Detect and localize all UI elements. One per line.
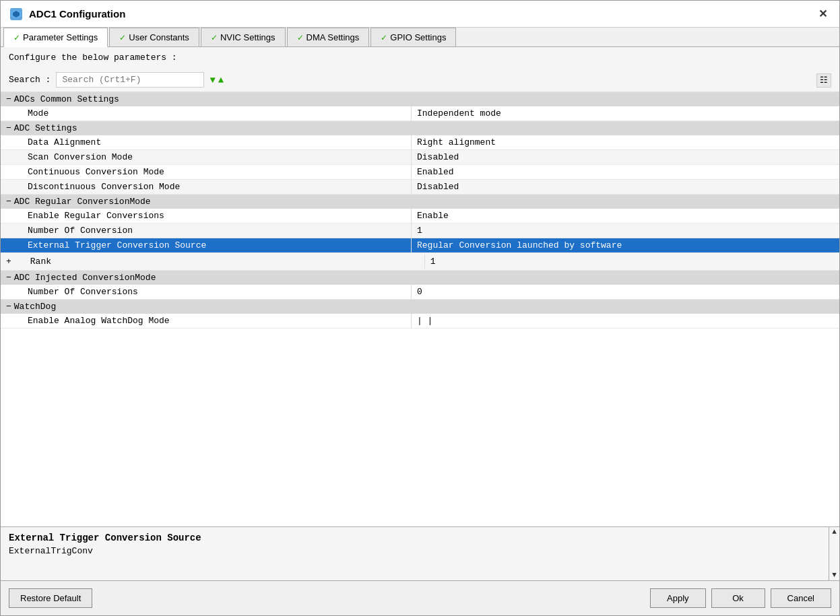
param-enable-regular: Enable Regular Conversions [1, 209, 412, 223]
tab-user-constants[interactable]: ✓ User Constants [109, 28, 199, 46]
table-container: − ADCs Common Settings Mode Independent … [1, 92, 839, 329]
table-row[interactable]: Data Alignment Right alignment [1, 135, 839, 150]
tab-bar: ✓ Parameter Settings ✓ User Constants ✓ … [1, 28, 839, 47]
bottom-info: External Trigger Conversion Source Exter… [1, 526, 839, 580]
value-scan-conv: Disabled [412, 150, 839, 164]
param-rank: Rank [14, 254, 425, 269]
search-label: Search : [9, 75, 51, 85]
tab-label-gpio: GPIO Settings [390, 32, 446, 42]
bottom-info-wrapper: External Trigger Conversion Source Exter… [1, 526, 839, 580]
param-num-conv: Number Of Conversion [1, 224, 412, 238]
footer-right: Apply Ok Cancel [650, 588, 831, 608]
table-row[interactable]: Number Of Conversions 0 [1, 285, 839, 300]
params-table: − ADCs Common Settings Mode Independent … [1, 92, 839, 526]
param-mode: Mode [1, 106, 412, 121]
section-label-adc: ADC Settings [14, 123, 77, 133]
search-up-arrow[interactable]: ▲ [218, 75, 224, 85]
value-mode: Independent mode [412, 106, 839, 121]
rank-row-inner: + Rank 1 [1, 253, 839, 270]
plus-icon[interactable]: + [3, 256, 14, 267]
tab-label-user: User Constants [129, 32, 189, 42]
value-num-conv: 1 [412, 224, 839, 238]
param-watchdog-mode: Enable Analog WatchDog Mode [1, 314, 412, 328]
search-input[interactable] [56, 72, 204, 88]
section-label-watchdog: WatchDog [14, 302, 56, 312]
close-button[interactable]: ✕ [814, 6, 831, 22]
section-watchdog[interactable]: − WatchDog [1, 300, 839, 314]
section-adc-settings[interactable]: − ADC Settings [1, 121, 839, 135]
section-collapse-injected: − [6, 273, 11, 283]
section-adc-injected[interactable]: − ADC Injected ConversionMode [1, 271, 839, 285]
table-row-selected[interactable]: External Trigger Conversion Source Regul… [1, 238, 839, 253]
tab-nvic-settings[interactable]: ✓ NVIC Settings [201, 28, 286, 46]
value-rank: 1 [425, 254, 837, 269]
search-arrows: ▼ ▲ [209, 75, 224, 85]
check-icon-user: ✓ [119, 33, 126, 42]
table-row[interactable]: Enable Regular Conversions Enable [1, 209, 839, 224]
value-cont-conv: Enabled [412, 165, 839, 179]
section-adc-regular[interactable]: − ADC Regular ConversionMode [1, 195, 839, 209]
table-row[interactable]: Discontinuous Conversion Mode Disabled [1, 180, 839, 195]
param-num-injected-conv: Number Of Conversions [1, 285, 412, 299]
param-cont-conv: Continuous Conversion Mode [1, 165, 412, 179]
section-collapse-adcs: − [6, 94, 11, 104]
footer: Restore Default Apply Ok Cancel [1, 580, 839, 615]
table-row[interactable]: Scan Conversion Mode Disabled [1, 150, 839, 165]
check-icon-nvic: ✓ [211, 33, 218, 42]
bottom-scroll: ▲ ▼ [829, 526, 839, 580]
table-row[interactable]: Enable Analog WatchDog Mode | | [1, 314, 839, 329]
cancel-button[interactable]: Cancel [771, 588, 831, 608]
section-label-injected: ADC Injected ConversionMode [14, 273, 156, 283]
param-discont-conv: Discontinuous Conversion Mode [1, 180, 412, 194]
table-row[interactable]: Mode Independent mode [1, 106, 839, 121]
value-discont-conv: Disabled [412, 180, 839, 194]
title-bar: ADC1 Configuration ✕ [1, 1, 839, 28]
rank-row-container: + Rank 1 [1, 253, 839, 271]
check-icon-gpio: ✓ [381, 33, 387, 42]
param-ext-trigger: External Trigger Conversion Source [1, 238, 412, 252]
check-icon-dma: ✓ [297, 33, 304, 42]
section-collapse-watchdog: − [6, 302, 11, 312]
section-adcs-common[interactable]: − ADCs Common Settings [1, 92, 839, 106]
config-header: Configure the below parameters : [1, 47, 839, 68]
adc-icon [9, 7, 24, 22]
tab-label-nvic: NVIC Settings [220, 32, 276, 42]
tab-gpio-settings[interactable]: ✓ GPIO Settings [370, 28, 456, 46]
search-bar: Search : ▼ ▲ ☷ [1, 68, 839, 92]
value-ext-trigger: Regular Conversion launched by software [412, 238, 839, 252]
bottom-info-code: ExternalTrigConv [9, 546, 831, 556]
param-scan-conv: Scan Conversion Mode [1, 150, 412, 164]
scroll-down-arrow[interactable]: ▼ [832, 571, 837, 579]
rank-row[interactable]: Rank 1 [14, 254, 837, 269]
tab-label-parameter: Parameter Settings [23, 32, 98, 42]
tab-parameter-settings[interactable]: ✓ Parameter Settings [3, 28, 108, 47]
apply-button[interactable]: Apply [650, 588, 706, 608]
value-num-injected-conv: 0 [412, 285, 839, 299]
section-collapse-regular: − [6, 197, 11, 207]
value-enable-regular: Enable [412, 209, 839, 223]
main-window: ADC1 Configuration ✕ ✓ Parameter Setting… [0, 0, 840, 616]
window-title: ADC1 Configuration [29, 8, 125, 20]
section-label-adcs: ADCs Common Settings [14, 94, 119, 104]
bottom-info-title: External Trigger Conversion Source [9, 533, 831, 543]
tab-label-dma: DMA Settings [306, 32, 360, 42]
section-collapse-adc: − [6, 123, 11, 133]
check-icon-parameter: ✓ [13, 33, 20, 42]
table-row[interactable]: Continuous Conversion Mode Enabled [1, 165, 839, 180]
value-watchdog-mode: | | [412, 314, 839, 328]
ok-button[interactable]: Ok [711, 588, 765, 608]
section-label-regular: ADC Regular ConversionMode [14, 197, 151, 207]
title-bar-left: ADC1 Configuration [9, 7, 125, 22]
tab-dma-settings[interactable]: ✓ DMA Settings [287, 28, 370, 46]
restore-default-button[interactable]: Restore Default [9, 588, 92, 608]
table-view-icon[interactable]: ☷ [816, 73, 831, 88]
content-area: Configure the below parameters : Search … [1, 47, 839, 580]
table-row[interactable]: Number Of Conversion 1 [1, 224, 839, 238]
scroll-up-arrow[interactable]: ▲ [832, 528, 837, 536]
search-down-arrow[interactable]: ▼ [209, 75, 215, 85]
value-data-alignment: Right alignment [412, 135, 839, 149]
param-data-alignment: Data Alignment [1, 135, 412, 149]
